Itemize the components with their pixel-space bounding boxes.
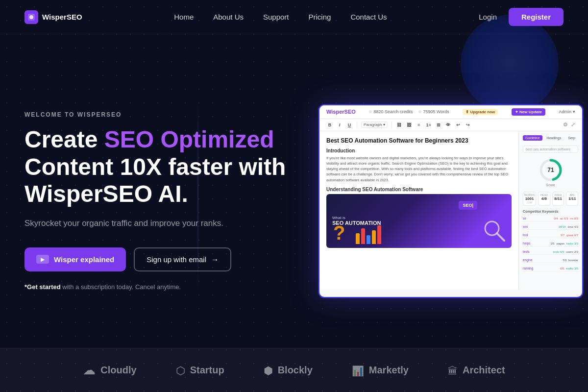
brand-blockly: Blockly <box>264 364 313 377</box>
score-container: 71 Score <box>523 158 578 187</box>
cloudly-icon <box>83 363 96 378</box>
svg-point-1 <box>29 15 33 19</box>
hero-subtitle: Skyrocket your organic traffic and impro… <box>24 217 299 230</box>
bold-tool[interactable]: B <box>326 122 333 128</box>
image-tool[interactable]: 🖼 <box>406 122 413 128</box>
toolbar-divider-2 <box>392 122 392 128</box>
blockly-icon <box>264 364 273 377</box>
credits-dot <box>369 110 372 113</box>
mockup-settings: ⚙ ⤢ <box>563 122 575 128</box>
keyword-row-seo: seo 28/18 time 4/3 <box>523 224 578 230</box>
panel-tab-serp[interactable]: Serp <box>565 135 578 141</box>
panel-tab-guideline[interactable]: Guideline <box>523 135 542 141</box>
cloudly-name: Cloudly <box>100 365 136 376</box>
new-update-badge[interactable]: ✦ New Update <box>512 108 545 116</box>
bar-1 <box>356 233 360 244</box>
mockup-logo: WisperSEO <box>326 109 356 115</box>
redo-tool[interactable]: ↪ <box>465 122 471 128</box>
competitor-keywords-title: Competitor Keywords <box>523 210 578 213</box>
stat-paragraphs: PARA 8/11 <box>552 192 564 206</box>
score-label: Score <box>546 183 555 187</box>
architect-icon <box>448 364 458 377</box>
hero-title: Create SEO Optimized Content 10X faster … <box>24 126 299 207</box>
footnote-bold: *Get started <box>24 283 61 291</box>
paragraph-select[interactable]: Paragraph ▾ <box>361 122 388 128</box>
keyword-row-helps: helps 1/5 pages tasks 3/3 <box>523 241 578 246</box>
brand-architect: Architect <box>448 364 505 377</box>
mockup-stats: 8820 Search credits 75905 Words <box>369 109 449 114</box>
subheading: Understanding SEO Automation Software <box>326 187 512 192</box>
expand-icon[interactable]: ⤢ <box>571 122 575 128</box>
hero-buttons: ▶ Wisper explained Sign up with email → <box>24 247 299 271</box>
keyword-row-tool: tool 5/7 great 0/7 <box>523 233 578 238</box>
image-text: What is SEO AUTOMATION <box>332 216 381 226</box>
brand-marketly: Marketly <box>352 364 409 377</box>
intro-text: If you're like most website owners and d… <box>326 155 512 183</box>
hero-welcome: WELCOME TO WISPERSEO <box>24 111 299 118</box>
signup-email-button[interactable]: Sign up with email → <box>134 247 231 271</box>
underline-tool[interactable]: U <box>346 122 353 128</box>
logo-icon <box>24 10 38 24</box>
footnote-rest: with a subscription today. Cancel anytim… <box>61 283 181 291</box>
brand-startup: Startup <box>176 364 224 377</box>
svg-text:71: 71 <box>547 167 554 173</box>
keyword-row-se: se 0/4 ac 0/3 no 0/3 <box>523 216 578 221</box>
nav-pricing[interactable]: Pricing <box>309 13 331 21</box>
stat-headings: HEAD 4/8 <box>538 192 550 206</box>
hero-title-part2: Content 10X faster with WisperSEO AI. <box>24 154 286 207</box>
ol-tool[interactable]: 1≡ <box>425 122 432 128</box>
btn-primary-label: Wisper explained <box>54 255 114 264</box>
link-tool[interactable]: ⛓ <box>396 122 403 128</box>
panel-search-box[interactable]: best seo automation software <box>523 146 578 153</box>
stat-images: IMG 1/11 <box>566 192 578 206</box>
words-dot <box>418 110 421 113</box>
image-line2: SEO AUTOMATION <box>332 220 381 226</box>
hero-right: WisperSEO 8820 Search credits 75905 Word… <box>318 104 583 298</box>
marketly-icon <box>352 364 364 377</box>
panel-tab-headings[interactable]: Headings <box>544 135 564 141</box>
brands-bar: Cloudly Startup Blockly Marketly Archite… <box>0 348 588 392</box>
toolbar-divider-1 <box>357 122 357 128</box>
nav-about[interactable]: About Us <box>213 13 244 21</box>
login-button[interactable]: Login <box>479 13 497 21</box>
image-line1: What is <box>332 216 381 220</box>
bar-5 <box>377 225 381 244</box>
undo-tool[interactable]: ↩ <box>455 122 462 128</box>
keyword-row-ranking: ranking 0/5 traffic 3/5 <box>523 266 578 271</box>
marketly-name: Marketly <box>369 365 409 376</box>
bar-2 <box>361 228 365 244</box>
hero-title-highlight: SEO Optimized <box>104 126 274 152</box>
nav-contact[interactable]: Contact Us <box>350 13 387 21</box>
settings-icon[interactable]: ⚙ <box>563 122 568 128</box>
mockup-chart <box>356 224 381 244</box>
panel-tabs: Guideline Headings Serp <box>523 135 578 141</box>
nav-home[interactable]: Home <box>174 13 194 21</box>
mockup-words: 75905 Words <box>418 109 449 114</box>
play-icon: ▶ <box>36 255 49 264</box>
table-tool[interactable]: ⊞ <box>435 122 442 128</box>
upgrade-badge[interactable]: ⬆ Upgrade now <box>463 109 498 115</box>
architect-name: Architect <box>463 365 505 376</box>
magnifier-icon <box>482 219 507 243</box>
panel-stats-row: WORDS 1001 1.1k HEAD 4/8 PARA 8/11 <box>523 192 578 206</box>
logo-text: WisperSEO <box>42 13 82 21</box>
mockup-right-panel: Guideline Headings Serp best seo automat… <box>518 131 582 290</box>
hero-left: WELCOME TO WISPERSEO Create SEO Optimize… <box>24 111 299 290</box>
italic-tool[interactable]: I <box>336 122 343 128</box>
list-tool[interactable]: ≡ <box>416 122 422 128</box>
hero-footnote: *Get started with a subscription today. … <box>24 283 299 291</box>
blockly-name: Blockly <box>278 365 313 376</box>
mockup-body: Best SEO Automation Software for Beginne… <box>319 131 582 290</box>
startup-icon <box>176 364 185 377</box>
app-mockup: WisperSEO 8820 Search credits 75905 Word… <box>318 104 583 298</box>
nav-support[interactable]: Support <box>263 13 289 21</box>
wisper-explained-button[interactable]: ▶ Wisper explained <box>24 247 126 271</box>
bar-4 <box>372 230 376 244</box>
svg-line-3 <box>497 233 504 241</box>
keyword-row-engine: engine 7/3 booster <box>523 258 578 263</box>
intro-heading: Introduction <box>326 148 512 153</box>
nav-logo[interactable]: WisperSEO <box>24 10 82 24</box>
article-title: Best SEO Automation Software for Beginne… <box>326 137 512 144</box>
register-button[interactable]: Register <box>509 8 564 26</box>
eye-tool[interactable]: 👁 <box>445 122 452 128</box>
